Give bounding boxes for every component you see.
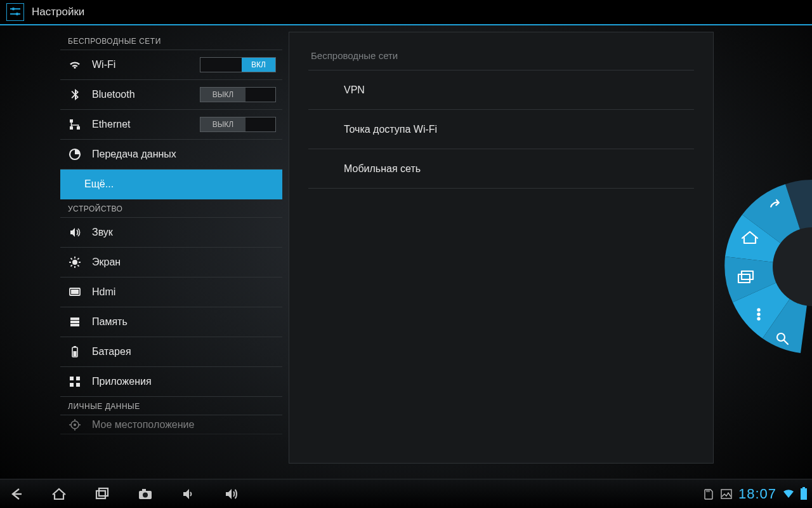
sidebar-item-bluetooth[interactable]: Bluetooth ВЫКЛ	[60, 80, 282, 110]
toggle-off-label: ВЫКЛ	[200, 117, 246, 131]
bluetooth-icon	[68, 88, 82, 102]
svg-point-51	[143, 492, 148, 497]
svg-rect-23	[74, 346, 76, 347]
svg-line-16	[77, 258, 79, 260]
svg-point-43	[757, 318, 759, 319]
nav-recent-button[interactable]	[91, 483, 113, 505]
sidebar-item-display[interactable]: Экран	[60, 248, 282, 277]
panel-item-hotspot[interactable]: Точка доступа Wi-Fi	[308, 110, 694, 149]
battery-status-icon	[801, 488, 807, 500]
picture-icon	[721, 488, 732, 500]
sidebar-item-wifi[interactable]: Wi-Fi ВКЛ	[60, 50, 282, 80]
detail-panel: Беспроводные сети VPN Точка доступа Wi-F…	[289, 32, 714, 464]
sidebar-item-battery[interactable]: Батарея	[60, 337, 282, 367]
nav-screenshot-button[interactable]	[134, 483, 156, 505]
nav-volume-up-button[interactable]	[221, 483, 242, 505]
hdmi-icon	[68, 285, 82, 299]
brightness-icon	[68, 255, 82, 269]
svg-rect-55	[721, 490, 731, 498]
svg-line-13	[71, 258, 72, 260]
section-wireless: БЕСПРОВОДНЫЕ СЕТИ	[60, 32, 282, 50]
svg-rect-26	[76, 377, 80, 380]
sidebar-item-label: Bluetooth	[92, 89, 200, 100]
toggle-on-label: ВКЛ	[242, 58, 275, 72]
sidebar-item-label: Звук	[92, 227, 276, 238]
settings-sidebar: БЕСПРОВОДНЫЕ СЕТИ Wi-Fi ВКЛ Bluetooth ВЫ…	[60, 32, 282, 478]
sidebar-item-sound[interactable]: Звук	[60, 218, 282, 248]
sidebar-item-more[interactable]: Ещё...	[60, 170, 282, 199]
sidebar-item-label: Ещё...	[84, 178, 276, 190]
svg-point-30	[74, 424, 76, 426]
app-header: Настройки	[0, 0, 812, 25]
apps-icon	[68, 375, 82, 389]
bluetooth-toggle[interactable]: ВЫКЛ	[200, 87, 276, 102]
ethernet-icon	[68, 117, 82, 131]
svg-rect-28	[76, 383, 80, 387]
storage-icon	[68, 315, 82, 329]
svg-rect-20	[70, 321, 79, 323]
svg-rect-19	[70, 318, 79, 320]
sidebar-item-label: Передача данных	[92, 149, 276, 160]
svg-point-42	[757, 313, 759, 315]
svg-rect-47	[96, 491, 105, 498]
svg-rect-25	[70, 377, 74, 380]
wifi-icon	[68, 58, 82, 72]
svg-rect-50	[142, 489, 146, 491]
navbar-left	[5, 483, 242, 505]
svg-line-14	[77, 265, 79, 266]
sidebar-item-label: Приложения	[92, 376, 276, 387]
sidebar-item-label: Ethernet	[92, 119, 200, 130]
location-icon	[68, 418, 82, 432]
sidebar-item-ethernet[interactable]: Ethernet ВЫКЛ	[60, 110, 282, 140]
svg-rect-21	[70, 324, 79, 326]
svg-rect-6	[77, 126, 80, 130]
svg-rect-48	[99, 488, 108, 496]
svg-line-15	[71, 265, 72, 266]
battery-icon	[68, 345, 82, 359]
status-clock[interactable]: 18:07	[738, 486, 776, 502]
data-usage-icon	[68, 147, 82, 161]
svg-rect-5	[70, 126, 73, 130]
panel-item-vpn[interactable]: VPN	[308, 70, 694, 110]
settings-icon	[6, 3, 24, 21]
sound-icon	[68, 225, 82, 239]
sidebar-item-label: Мое местоположение	[92, 419, 276, 431]
svg-rect-27	[70, 383, 74, 387]
sidebar-item-label: Wi-Fi	[92, 59, 200, 70]
svg-rect-24	[74, 351, 77, 356]
system-navbar: 18:07	[0, 479, 812, 508]
nav-back-button[interactable]	[5, 483, 27, 505]
wifi-signal-icon	[783, 488, 794, 500]
svg-point-3	[16, 13, 18, 15]
sidebar-item-storage[interactable]: Память	[60, 307, 282, 337]
section-personal: ЛИЧНЫЕ ДАННЫЕ	[60, 397, 282, 415]
section-device: УСТРОЙСТВО	[60, 199, 282, 218]
main-content: БЕСПРОВОДНЫЕ СЕТИ Wi-Fi ВКЛ Bluetooth ВЫ…	[0, 25, 812, 478]
svg-point-41	[757, 309, 759, 311]
svg-rect-18	[71, 290, 79, 294]
toggle-off-label: ВЫКЛ	[200, 88, 246, 102]
svg-rect-4	[70, 119, 73, 123]
wifi-toggle[interactable]: ВКЛ	[200, 57, 276, 72]
sidebar-item-label: Hdmi	[92, 286, 276, 298]
panel-item-mobile-network[interactable]: Мобильная сеть	[308, 149, 694, 189]
sidebar-item-data-usage[interactable]: Передача данных	[60, 140, 282, 170]
svg-point-8	[72, 260, 77, 265]
sidebar-item-label: Память	[92, 316, 276, 328]
sidebar-item-label: Батарея	[92, 346, 276, 358]
sidebar-item-location[interactable]: Мое местоположение	[60, 415, 282, 434]
svg-point-1	[12, 8, 15, 10]
page-title: Настройки	[32, 6, 84, 18]
menu-icon	[757, 309, 759, 319]
panel-heading: Беспроводные сети	[308, 45, 694, 70]
nav-volume-down-button[interactable]	[178, 483, 199, 505]
sdcard-icon	[703, 488, 714, 500]
navbar-right: 18:07	[703, 486, 807, 502]
sidebar-item-apps[interactable]: Приложения	[60, 367, 282, 397]
ethernet-toggle[interactable]: ВЫКЛ	[200, 117, 276, 132]
pie-navigation	[693, 171, 812, 362]
sidebar-item-hdmi[interactable]: Hdmi	[60, 277, 282, 307]
sidebar-item-label: Экран	[92, 257, 276, 268]
nav-home-button[interactable]	[48, 483, 70, 505]
